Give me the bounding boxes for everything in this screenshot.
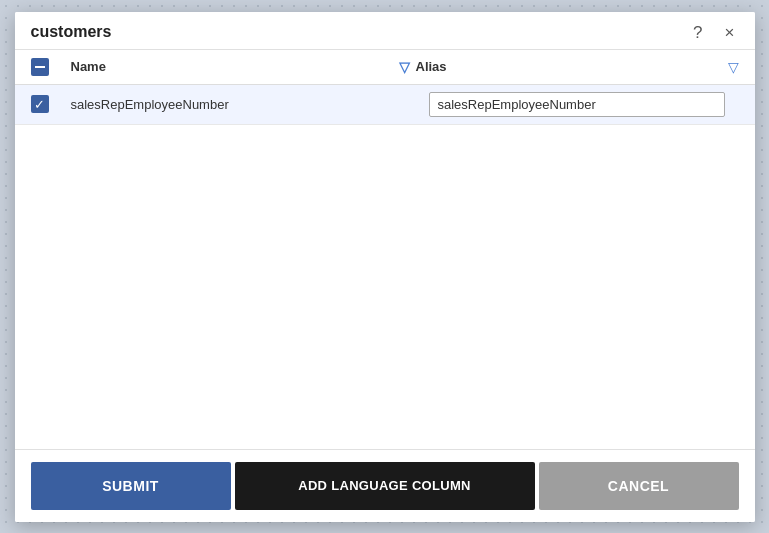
help-button[interactable]: ?: [689, 22, 706, 43]
name-filter-icon[interactable]: ▽: [728, 59, 739, 75]
header-name-col: Name: [71, 59, 399, 74]
close-button[interactable]: ×: [721, 22, 739, 43]
add-language-button[interactable]: ADD LANGUAGE COLUMN: [235, 462, 535, 510]
dialog-body: Name ▽ Alias ▽ salesRepEmployeeNumber: [15, 50, 755, 449]
table-header: Name ▽ Alias ▽: [15, 50, 755, 85]
row-checkbox[interactable]: [31, 95, 49, 113]
header-actions: ? ×: [689, 22, 738, 43]
alias-input[interactable]: [429, 92, 725, 117]
header-checkbox-col: [31, 58, 71, 76]
header-alias-col: ▽ Alias: [399, 59, 709, 75]
dialog: customers ? × Name ▽ Alias ▽: [15, 12, 755, 522]
dialog-title: customers: [31, 23, 112, 41]
submit-button[interactable]: SUBMIT: [31, 462, 231, 510]
header-checkbox-minus[interactable]: [31, 58, 49, 76]
cancel-button[interactable]: CANCEL: [539, 462, 739, 510]
content-area: [15, 125, 755, 449]
row-name: salesRepEmployeeNumber: [71, 97, 429, 112]
row-alias-col: [429, 92, 739, 117]
table-row: salesRepEmployeeNumber: [15, 85, 755, 125]
header-filter-col: ▽: [709, 59, 739, 75]
alias-filter-icon[interactable]: ▽: [399, 59, 410, 75]
dialog-header: customers ? ×: [15, 12, 755, 50]
row-checkbox-col: [31, 95, 71, 113]
dialog-footer: SUBMIT ADD LANGUAGE COLUMN CANCEL: [15, 449, 755, 522]
